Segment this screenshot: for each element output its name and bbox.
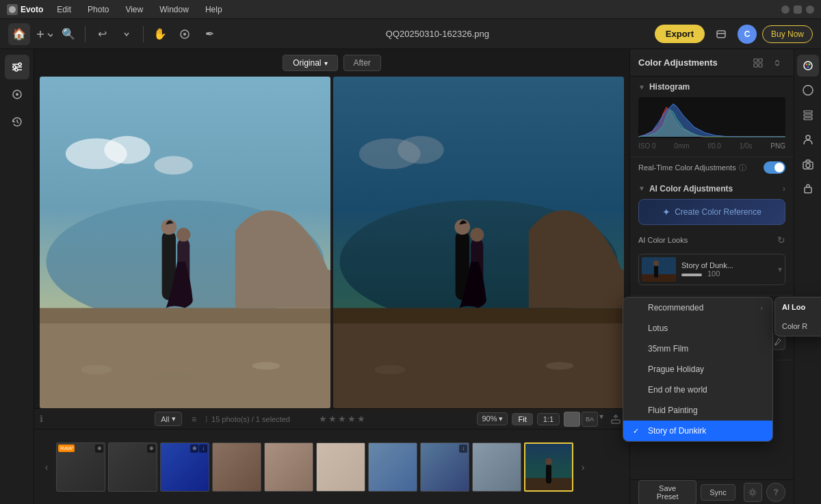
svg-point-24: [81, 365, 112, 375]
thumbnail-selected[interactable]: [524, 442, 573, 492]
refresh-icon[interactable]: ↻: [777, 235, 785, 246]
one-to-one-button[interactable]: 1:1: [537, 413, 560, 425]
panel-bottom-bar: Save Preset Sync ?: [630, 479, 794, 504]
thumb-action-3[interactable]: ⊕: [190, 445, 198, 453]
far-right-circle[interactable]: [797, 79, 819, 101]
star-5[interactable]: ★: [357, 414, 365, 424]
pen-tool[interactable]: ✒: [198, 23, 220, 45]
filmstrip-prev[interactable]: ‹: [40, 442, 53, 492]
panel-grid-icon[interactable]: [750, 55, 766, 71]
share-btn[interactable]: [710, 23, 732, 45]
svg-rect-74: [805, 187, 811, 193]
ai-color-section: ▼ AI Color Adjustments › ✦ Create Color …: [630, 178, 794, 295]
undo-btn[interactable]: ↩: [91, 23, 113, 45]
svg-point-66: [807, 66, 809, 68]
thumbnail-1[interactable]: RAW ⊕: [56, 442, 105, 492]
thumb-action-1[interactable]: ⊕: [95, 445, 103, 453]
thumbnail-3[interactable]: ⊕ ↓: [160, 442, 209, 492]
fit-button[interactable]: Fit: [512, 413, 532, 425]
thumbnail-4[interactable]: [212, 442, 261, 492]
zoom-select[interactable]: 90% ▾: [477, 412, 508, 425]
wb-eyedropper[interactable]: [769, 334, 785, 350]
far-right-tool[interactable]: [797, 178, 819, 200]
thumbnail-9[interactable]: [472, 442, 521, 492]
svg-point-71: [806, 135, 810, 140]
star-4[interactable]: ★: [348, 414, 356, 424]
save-preset-button[interactable]: Save Preset: [638, 480, 696, 505]
original-tab[interactable]: Original ▾: [283, 55, 337, 71]
filmstrip-next[interactable]: ›: [576, 442, 590, 492]
sidebar-effects[interactable]: [5, 82, 29, 107]
close-btn[interactable]: [806, 5, 814, 14]
sidebar-history[interactable]: [5, 109, 29, 134]
export-button[interactable]: Export: [655, 25, 705, 43]
color-white-btn[interactable]: [564, 412, 580, 427]
expand-filmstrip-btn[interactable]: [608, 412, 624, 427]
ai-color-expand[interactable]: ›: [783, 183, 785, 194]
ai-looks-header: AI Color Looks ↻: [638, 232, 785, 248]
maximize-btn[interactable]: [794, 5, 802, 14]
after-tab[interactable]: After: [343, 55, 381, 71]
thumbnail-6[interactable]: [316, 442, 365, 492]
look-thumb-image: [642, 257, 676, 282]
thumbnail-5[interactable]: [264, 442, 313, 492]
look-expand-icon[interactable]: ▾: [778, 265, 782, 274]
svg-point-62: [751, 490, 755, 494]
menu-view[interactable]: View: [122, 3, 146, 16]
thumb-dl-3[interactable]: ↓: [199, 445, 207, 453]
panel-expand-icon[interactable]: [769, 55, 785, 71]
images-container: [34, 77, 629, 408]
help-icon[interactable]: ?: [766, 483, 785, 502]
far-right-layers[interactable]: [797, 104, 819, 126]
sync-button[interactable]: Sync: [701, 484, 735, 501]
far-right-camera[interactable]: [797, 153, 819, 175]
expand-chevron[interactable]: ▾: [599, 412, 603, 427]
filter-select[interactable]: All ▾: [155, 412, 182, 426]
basic-body: White Balance As Shot ▾: [630, 316, 794, 360]
buy-now-button[interactable]: Buy Now: [762, 25, 813, 43]
create-ref-button[interactable]: ✦ Create Color Reference: [638, 199, 785, 225]
current-look-item[interactable]: Story of Dunk... 100 ▾: [638, 254, 785, 285]
thumbnail-2[interactable]: ⊕: [108, 442, 157, 492]
histogram-meta: ISO 0 0mm f/0.0 1/0s PNG: [638, 142, 785, 150]
thumb-dl-8[interactable]: ↓: [459, 445, 467, 453]
realtime-info-icon[interactable]: ⓘ: [739, 163, 746, 173]
search-btn[interactable]: 🔍: [57, 23, 79, 45]
look-intensity-slider[interactable]: [681, 274, 702, 276]
app-logo: Evoto: [7, 4, 43, 15]
star-3[interactable]: ★: [338, 414, 346, 424]
menu-window[interactable]: Window: [157, 3, 192, 16]
basic-header[interactable]: ▼ Basic: [630, 295, 794, 316]
undo-dropdown[interactable]: [116, 23, 138, 45]
zoom-control: 90% ▾: [477, 412, 508, 425]
menu-photo[interactable]: Photo: [85, 3, 112, 16]
star-2[interactable]: ★: [328, 414, 337, 424]
panel-header: Color Adjustments: [630, 49, 794, 77]
ai-color-header[interactable]: ▼ AI Color Adjustments ›: [630, 178, 794, 199]
realtime-toggle[interactable]: [764, 161, 785, 174]
hand-tool[interactable]: ✋: [149, 23, 171, 45]
minimize-btn[interactable]: [781, 5, 790, 14]
wb-select[interactable]: As Shot ▾: [638, 335, 766, 349]
dodge-tool[interactable]: [174, 23, 196, 45]
thumbnail-7[interactable]: [368, 442, 417, 492]
far-right-person[interactable]: [797, 129, 819, 150]
sidebar-adjustments[interactable]: [5, 55, 29, 79]
star-1[interactable]: ★: [319, 414, 327, 424]
thumb-action-2[interactable]: ⊕: [147, 445, 155, 453]
menu-help[interactable]: Help: [203, 3, 225, 16]
view-mode-list[interactable]: ≡: [186, 412, 201, 427]
menu-edit[interactable]: Edit: [54, 3, 74, 16]
add-btn[interactable]: [33, 23, 55, 45]
thumbnail-8[interactable]: ↓: [420, 442, 469, 492]
far-right-palette[interactable]: [797, 55, 819, 77]
settings-icon[interactable]: [744, 483, 763, 502]
svg-point-40: [546, 362, 574, 369]
color-black-btn[interactable]: BA: [582, 412, 598, 427]
svg-rect-23: [40, 323, 330, 408]
filter-chevron: ▾: [172, 414, 176, 423]
histogram-header[interactable]: ▼ Histogram: [630, 77, 794, 97]
home-btn[interactable]: 🏠: [8, 23, 30, 45]
look-value: 100: [707, 269, 720, 278]
user-avatar[interactable]: C: [738, 25, 757, 44]
